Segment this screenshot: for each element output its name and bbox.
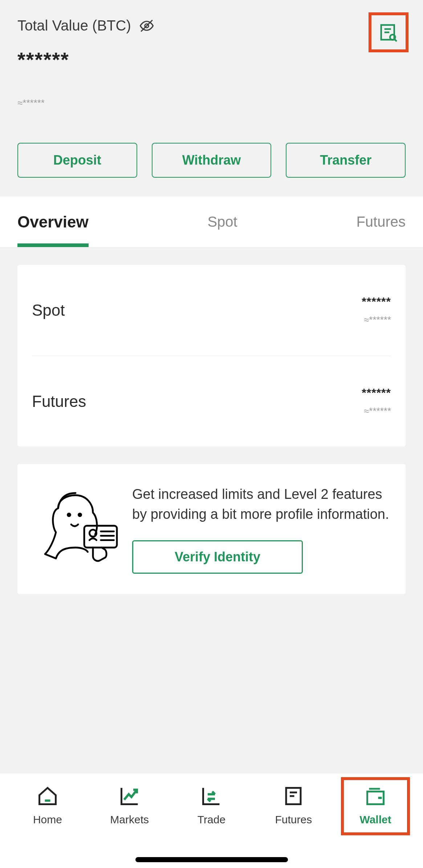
- verify-identity-card: Get increased limits and Level 2 feature…: [17, 464, 406, 594]
- tab-spot-label: Spot: [207, 214, 237, 230]
- balance-spot-values: ****** ≈******: [362, 295, 391, 326]
- markets-icon: [117, 784, 142, 808]
- nav-home-label: Home: [33, 814, 62, 826]
- svg-point-7: [68, 513, 70, 516]
- verify-identity-button[interactable]: Verify Identity: [132, 540, 303, 574]
- tab-futures[interactable]: Futures: [356, 197, 406, 247]
- tab-spot[interactable]: Spot: [207, 197, 237, 247]
- balance-spot-sub: ≈******: [362, 314, 391, 326]
- overview-balances-card: Spot ****** ≈****** Futures ****** ≈****…: [17, 265, 406, 447]
- balance-futures-values: ****** ≈******: [362, 386, 391, 417]
- total-value-label: Total Value (BTC): [17, 17, 131, 34]
- nav-markets-label: Markets: [110, 814, 149, 826]
- verify-content: Get increased limits and Level 2 feature…: [132, 484, 391, 574]
- nav-wallet-label: Wallet: [359, 814, 391, 826]
- nav-futures-label: Futures: [275, 814, 312, 826]
- svg-line-6: [394, 39, 396, 41]
- home-icon: [35, 784, 60, 808]
- home-indicator[interactable]: [135, 857, 288, 862]
- nav-trade-label: Trade: [198, 814, 225, 826]
- wallet-icon: [363, 784, 388, 808]
- nav-home[interactable]: Home: [13, 784, 82, 826]
- nav-trade[interactable]: Trade: [177, 784, 246, 826]
- wallet-header: Total Value (BTC) ****** ≈******: [0, 0, 423, 120]
- balance-futures-label: Futures: [32, 392, 86, 411]
- svg-point-8: [78, 513, 81, 516]
- wallet-tabs: Overview Spot Futures: [0, 197, 423, 247]
- total-value-amount: ******: [17, 48, 406, 71]
- transaction-history-button[interactable]: [369, 12, 408, 52]
- wallet-actions: Deposit Withdraw Transfer: [0, 143, 423, 178]
- nav-futures[interactable]: Futures: [259, 784, 328, 826]
- balance-futures-sub: ≈******: [362, 405, 391, 417]
- transfer-button[interactable]: Transfer: [286, 143, 406, 178]
- futures-icon: [281, 784, 306, 808]
- wallet-screen: Total Value (BTC) ****** ≈****** Depo: [0, 0, 423, 868]
- deposit-button[interactable]: Deposit: [17, 143, 137, 178]
- balance-spot-main: ******: [362, 295, 391, 308]
- tab-futures-label: Futures: [356, 214, 406, 230]
- withdraw-button[interactable]: Withdraw: [152, 143, 272, 178]
- balance-spot-label: Spot: [32, 301, 65, 319]
- balance-row-spot[interactable]: Spot ****** ≈******: [32, 265, 391, 356]
- trade-icon: [199, 784, 224, 808]
- svg-point-5: [390, 35, 395, 40]
- hide-balance-icon[interactable]: [139, 18, 154, 33]
- total-value-approx: ≈******: [17, 97, 406, 109]
- verify-text: Get increased limits and Level 2 feature…: [132, 484, 391, 524]
- spacer: [0, 594, 423, 774]
- nav-markets[interactable]: Markets: [95, 784, 164, 826]
- balance-row-futures[interactable]: Futures ****** ≈******: [32, 356, 391, 447]
- bottom-nav: Home Markets Trade: [0, 774, 423, 868]
- verify-illustration: [32, 484, 119, 572]
- tab-overview-label: Overview: [17, 213, 89, 231]
- total-value-row: Total Value (BTC): [17, 17, 406, 34]
- tab-overview[interactable]: Overview: [17, 197, 89, 247]
- balance-futures-main: ******: [362, 386, 391, 400]
- nav-wallet[interactable]: Wallet: [341, 777, 410, 835]
